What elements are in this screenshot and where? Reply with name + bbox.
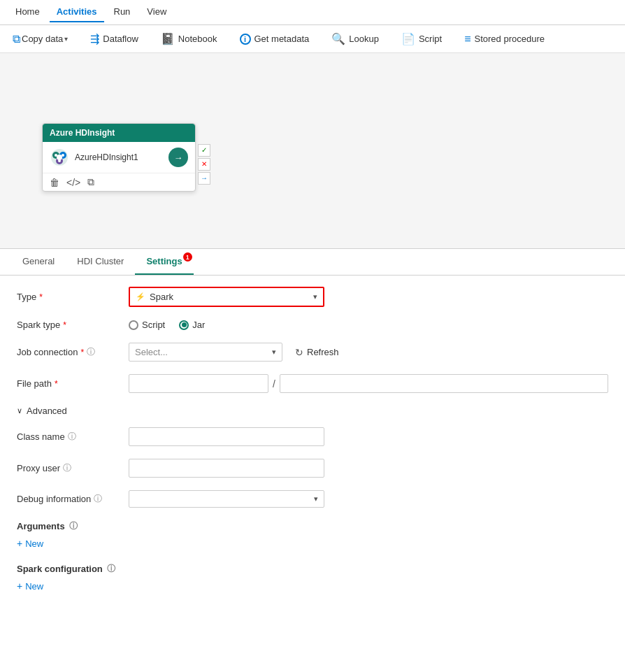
job-connection-row: Job connection * ⓘ Select... ▾ ↻ Refresh	[17, 343, 608, 362]
spark-config-plus-icon: +	[17, 580, 22, 592]
debug-information-row: Debug information ⓘ ▾	[17, 490, 608, 508]
success-connector[interactable]: ✓	[198, 144, 210, 157]
advanced-section: ∨ Advanced	[17, 406, 608, 416]
debug-dropdown-chevron-icon: ▾	[314, 494, 318, 503]
tab-settings[interactable]: Settings 1	[135, 249, 193, 275]
copy-icon[interactable]: ⧉	[87, 176, 94, 188]
nav-item-activities[interactable]: Activities	[50, 2, 104, 22]
arguments-header: Arguments ⓘ	[17, 520, 608, 532]
node-side-connectors: ✓ ✕ →	[198, 144, 210, 185]
spark-config-header: Spark configuration ⓘ	[17, 563, 608, 575]
refresh-icon: ↻	[295, 347, 303, 358]
debug-information-dropdown[interactable]: ▾	[129, 490, 324, 508]
type-row: Type * ⚡ Spark ▾	[17, 287, 608, 307]
job-connection-placeholder: Select...	[135, 347, 168, 357]
debug-info-icon[interactable]: ⓘ	[94, 493, 102, 505]
settings-form: Type * ⚡ Spark ▾ Spark type * Script	[0, 276, 625, 617]
spark-config-info-icon[interactable]: ⓘ	[107, 563, 115, 575]
radio-script[interactable]: Script	[129, 320, 165, 330]
node-body: AzureHDInsight1 →	[43, 142, 195, 173]
node-actions: 🗑 </> ⧉	[43, 173, 195, 191]
copy-data-icon: ⧉	[13, 33, 20, 45]
spark-config-new-btn[interactable]: + New	[17, 579, 608, 593]
toolbar-dataflow[interactable]: ⇶ Dataflow	[86, 31, 143, 47]
toolbar-notebook[interactable]: 📓 Notebook	[157, 31, 222, 47]
radio-jar-dot	[182, 322, 187, 327]
spark-icon: ⚡	[136, 292, 145, 301]
file-path-row: File path * /	[17, 374, 608, 393]
tab-bar: General HDI Cluster Settings 1	[0, 249, 625, 276]
type-dropdown-chevron-icon: ▾	[313, 292, 317, 301]
svg-point-6	[62, 154, 64, 157]
delete-icon[interactable]: 🗑	[50, 177, 59, 188]
proxy-user-input[interactable]	[129, 459, 324, 478]
spark-type-required: *	[63, 320, 66, 330]
toolbar-copy-data[interactable]: ⧉ Copy data ▾	[8, 31, 72, 47]
node-arrow-btn[interactable]: →	[168, 148, 188, 167]
nav-item-view[interactable]: View	[140, 2, 173, 22]
toolbar-script[interactable]: 📄 Script	[397, 31, 446, 47]
toolbar-stored-procedure[interactable]: ≡ Stored procedure	[460, 31, 549, 47]
complete-connector[interactable]: →	[198, 172, 210, 185]
tab-hdi-cluster[interactable]: HDI Cluster	[66, 249, 135, 275]
notebook-icon: 📓	[161, 32, 175, 45]
settings-badge: 1	[183, 252, 192, 262]
spark-config-section: Spark configuration ⓘ + New	[17, 563, 608, 593]
advanced-toggle[interactable]: ∨ Advanced	[17, 406, 608, 416]
code-icon[interactable]: </>	[66, 177, 80, 188]
toolbar-lookup[interactable]: 🔍 Lookup	[327, 31, 383, 47]
radio-jar[interactable]: Jar	[179, 320, 205, 330]
spark-type-radio-group: Script Jar	[129, 320, 205, 330]
class-name-info-icon[interactable]: ⓘ	[68, 431, 76, 443]
nav-item-home[interactable]: Home	[8, 2, 47, 22]
svg-point-7	[58, 159, 61, 162]
type-dropdown[interactable]: ⚡ Spark ▾	[129, 287, 324, 307]
hdi-icon	[50, 148, 69, 167]
type-label: Type *	[17, 292, 129, 302]
path-separator: /	[273, 378, 275, 389]
arguments-info-icon[interactable]: ⓘ	[69, 520, 78, 532]
job-connection-required: *	[80, 348, 84, 357]
nav-item-run[interactable]: Run	[107, 2, 138, 22]
toolbar-get-metadata[interactable]: i Get metadata	[236, 32, 314, 46]
arguments-plus-icon: +	[17, 538, 22, 549]
proxy-user-info-icon[interactable]: ⓘ	[63, 462, 71, 474]
class-name-input[interactable]	[129, 427, 324, 446]
radio-jar-circle	[179, 320, 189, 330]
spark-type-row: Spark type * Script Jar	[17, 320, 608, 330]
file-path-label: File path *	[17, 378, 129, 389]
bottom-panel: General HDI Cluster Settings 1 Type * ⚡ …	[0, 249, 625, 631]
file-path-required: *	[55, 379, 58, 389]
node-header: Azure HDInsight	[43, 124, 195, 142]
spark-type-label: Spark type *	[17, 320, 129, 330]
type-required: *	[39, 292, 43, 302]
job-connection-dropdown[interactable]: Select... ▾	[129, 343, 282, 362]
refresh-button[interactable]: ↻ Refresh	[289, 344, 345, 361]
job-connection-control: Select... ▾ ↻ Refresh	[129, 343, 345, 362]
activity-node: Azure HDInsight AzureHDInsight1 → 🗑 </> …	[42, 123, 196, 192]
proxy-user-label: Proxy user ⓘ	[17, 462, 129, 474]
chevron-down-icon: ∨	[17, 406, 22, 415]
tab-general[interactable]: General	[11, 249, 66, 275]
job-connection-label: Job connection * ⓘ	[17, 346, 129, 358]
job-connection-info-icon[interactable]: ⓘ	[87, 346, 95, 358]
type-select-inner: ⚡ Spark	[136, 292, 173, 302]
file-path-control: /	[129, 374, 608, 393]
arguments-section: Arguments ⓘ + New	[17, 520, 608, 550]
top-nav: Home Activities Run View	[0, 0, 625, 25]
toolbar: ⧉ Copy data ▾ ⇶ Dataflow 📓 Notebook i Ge…	[0, 25, 625, 53]
file-path-input-2[interactable]	[280, 374, 608, 393]
stored-procedure-icon: ≡	[464, 33, 470, 45]
arguments-new-btn[interactable]: + New	[17, 536, 608, 550]
copy-data-caret-icon: ▾	[64, 35, 68, 43]
dataflow-icon: ⇶	[90, 32, 99, 45]
class-name-label: Class name ⓘ	[17, 431, 129, 443]
failure-connector[interactable]: ✕	[198, 158, 210, 171]
svg-point-4	[57, 155, 62, 160]
script-icon: 📄	[401, 32, 415, 45]
job-connection-chevron-icon: ▾	[272, 348, 276, 357]
file-path-input-1[interactable]	[129, 374, 268, 393]
canvas: Azure HDInsight AzureHDInsight1 → 🗑 </> …	[0, 53, 625, 249]
svg-point-5	[55, 154, 57, 157]
debug-information-label: Debug information ⓘ	[17, 493, 129, 505]
